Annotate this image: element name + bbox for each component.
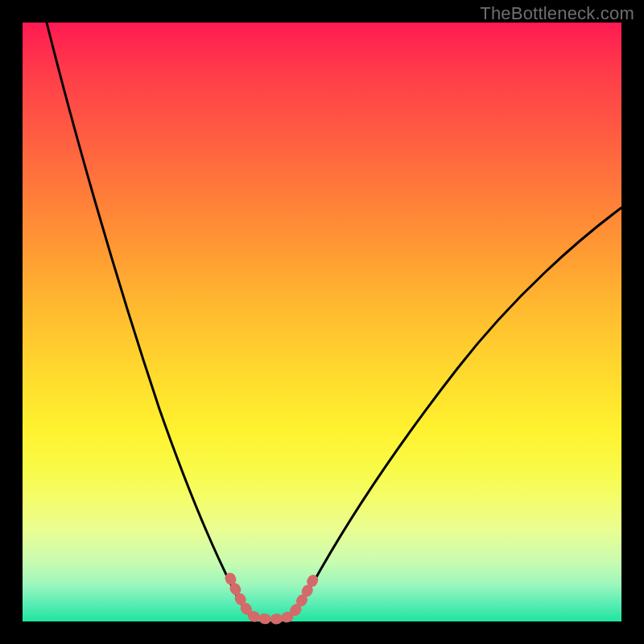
chart-frame: TheBottleneck.com [0,0,644,644]
curve-right-branch [290,208,621,617]
plot-area [23,23,621,621]
curve-left-branch [47,23,251,617]
watermark-text: TheBottleneck.com [480,3,634,24]
curve-layer [23,23,621,621]
curve-valley-highlight [230,575,316,619]
